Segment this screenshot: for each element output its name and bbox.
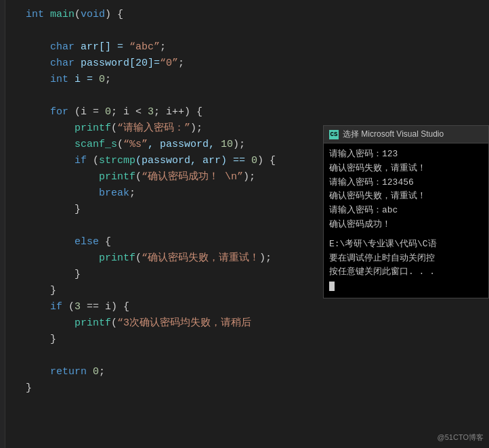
code-line: }: [5, 332, 489, 348]
code-token: }: [26, 334, 56, 345]
code-token: char: [50, 41, 75, 53]
console-line: 请输入密码：123456: [329, 176, 483, 190]
code-line: char password[20]=“0”;: [5, 55, 489, 72]
code-token: (: [111, 317, 117, 329]
line-content: }: [26, 332, 56, 348]
line-content: }: [26, 202, 81, 218]
code-token: strcmp: [99, 155, 135, 166]
code-token: (: [75, 9, 81, 20]
code-token: ;: [105, 74, 111, 85]
code-token: , password,: [148, 139, 221, 150]
code-editor: int main(void) { char arr[] = “abc”; cha…: [5, 0, 489, 448]
code-token: 0: [99, 74, 105, 85]
line-content: for (i = 0; i < 3; i++) {: [26, 104, 203, 120]
code-token: 3: [75, 301, 81, 313]
code-token: “请输入密码：”: [117, 122, 190, 134]
code-token: if: [50, 301, 62, 313]
line-content: printf(“3次确认密码均失败，请稍后: [26, 315, 251, 332]
code-line: char arr[] = “abc”;: [5, 39, 489, 55]
code-token: ; i <: [111, 106, 148, 118]
console-body: 请输入密码：123确认密码失败，请重试！请输入密码：123456确认密码失败，请…: [324, 143, 488, 298]
code-token: [26, 155, 75, 166]
line-content: return 0;: [26, 364, 105, 380]
code-token: 10: [221, 139, 233, 150]
code-token: ;: [178, 58, 184, 69]
line-content: printf(“请输入密码：”);: [26, 120, 203, 137]
code-token: }: [26, 269, 81, 280]
code-token: scanf_s: [75, 139, 117, 150]
line-content: int i = 0;: [26, 72, 111, 88]
code-token: [26, 301, 50, 313]
code-token: ; i++) {: [154, 106, 203, 118]
console-cursor: [329, 282, 335, 291]
code-line: for (i = 0; i < 3; i++) {: [5, 104, 489, 120]
code-line: int main(void) {: [5, 7, 489, 23]
code-token: [26, 171, 99, 183]
code-token: “0”: [160, 58, 178, 69]
code-line: }: [5, 380, 489, 397]
code-token: [26, 187, 99, 199]
code-token: [26, 317, 75, 329]
line-content: printf(“确认密码失败，请重试！);: [26, 250, 272, 267]
code-token: “%s”: [123, 139, 148, 150]
code-token: {: [99, 236, 111, 248]
code-token: “确认密码成功！ \n”: [142, 171, 243, 183]
console-cursor-line: [329, 279, 483, 294]
code-token: [87, 366, 93, 378]
code-line: [5, 23, 489, 39]
code-token: [26, 106, 50, 118]
code-token: }: [26, 204, 81, 215]
code-token: ;: [99, 366, 105, 378]
console-line: 请输入密码：123: [329, 148, 483, 162]
line-content: if (strcmp(password, arr) == 0) {: [26, 153, 276, 169]
code-token: int: [26, 9, 50, 20]
code-token: else: [75, 236, 99, 248]
code-token: break: [99, 187, 129, 199]
console-app-icon: CS: [329, 130, 339, 139]
line-content: }: [26, 283, 56, 299]
code-token: (i =: [68, 106, 105, 118]
code-token: for: [50, 106, 68, 118]
code-line: [5, 348, 489, 364]
line-content: scanf_s(“%s”, password, 10);: [26, 137, 245, 153]
code-line: if (3 == i) {: [5, 299, 489, 315]
code-token: (: [62, 301, 75, 313]
code-line: printf(“3次确认密码均失败，请稍后: [5, 315, 489, 332]
code-token: (: [87, 155, 99, 166]
code-token: ;: [265, 252, 272, 264]
console-line: 确认密码失败，请重试！: [329, 162, 483, 176]
console-note-line2: 按任意键关闭此窗口. . .: [329, 265, 483, 279]
code-token: char: [50, 58, 75, 69]
code-token: return: [50, 366, 87, 378]
code-token: == i) {: [81, 301, 129, 313]
code-token: [26, 58, 50, 69]
line-content: [26, 348, 32, 364]
code-token: void: [81, 9, 105, 20]
code-token: 0: [93, 366, 99, 378]
code-token: “3次确认密码均失败，请稍后: [117, 317, 251, 329]
line-content: }: [26, 380, 32, 397]
code-token: “确认密码失败，请重试！: [142, 252, 259, 264]
code-token: int: [50, 74, 68, 85]
code-token: (: [117, 139, 123, 150]
code-token: printf: [75, 122, 111, 134]
code-token: [26, 139, 75, 150]
line-content: printf(“确认密码成功！ \n”);: [26, 169, 255, 185]
console-titlebar: CS 选择 Microsoft Visual Studio: [324, 126, 488, 143]
console-line: 确认密码失败，请重试！: [329, 189, 483, 204]
code-token: printf: [99, 171, 135, 183]
line-content: }: [26, 267, 81, 283]
code-line: [5, 88, 489, 104]
code-token: ) {: [257, 155, 276, 166]
code-token: }: [26, 285, 56, 296]
console-note-line: 要在调试停止时自动关闭控: [329, 252, 483, 266]
code-token: 0: [105, 106, 111, 118]
code-token: (: [111, 122, 117, 134]
console-line: 确认密码成功！: [329, 218, 483, 232]
code-line: return 0;: [5, 364, 489, 380]
left-gutter: [0, 0, 5, 448]
watermark: @51CTO博客: [438, 432, 484, 443]
code-token: [26, 74, 50, 85]
code-token: i =: [68, 74, 99, 85]
line-content: [26, 218, 32, 234]
